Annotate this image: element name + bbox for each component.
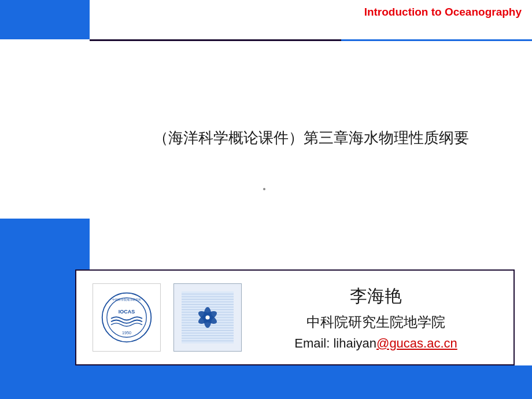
email-link[interactable]: @gucas.ac.cn — [376, 336, 457, 350]
svg-text:1950: 1950 — [122, 330, 131, 335]
info-card: IOCAS 1950 中国科学院海洋研究所 — [75, 269, 515, 365]
cas-logo — [173, 283, 242, 352]
svg-point-29 — [205, 315, 209, 319]
iocas-logo: IOCAS 1950 中国科学院海洋研究所 — [93, 283, 161, 352]
svg-text:中国科学院海洋研究所: 中国科学院海洋研究所 — [112, 298, 141, 301]
svg-text:IOCAS: IOCAS — [119, 309, 135, 315]
header: Introduction to Oceanography — [0, 0, 532, 39]
author-info: 李海艳 中科院研究生院地学院 Email: lihaiyan@gucas.ac.… — [254, 285, 497, 351]
header-blue-accent — [341, 39, 532, 41]
author-name: 李海艳 — [350, 285, 402, 308]
center-dot — [263, 188, 265, 190]
author-email: Email: lihaiyan@gucas.ac.cn — [294, 336, 457, 351]
email-prefix: Email: lihaiyan — [294, 336, 376, 350]
sidebar-cutout — [0, 39, 90, 219]
bottom-blue-bar — [0, 365, 532, 399]
presentation-title: Introduction to Oceanography — [364, 6, 522, 19]
chapter-title: （海洋科学概论课件）第三章海水物理性质纲要 — [153, 128, 469, 148]
main-content: （海洋科学概论课件）第三章海水物理性质纲要 — [90, 39, 532, 259]
author-org: 中科院研究生院地学院 — [306, 313, 445, 331]
